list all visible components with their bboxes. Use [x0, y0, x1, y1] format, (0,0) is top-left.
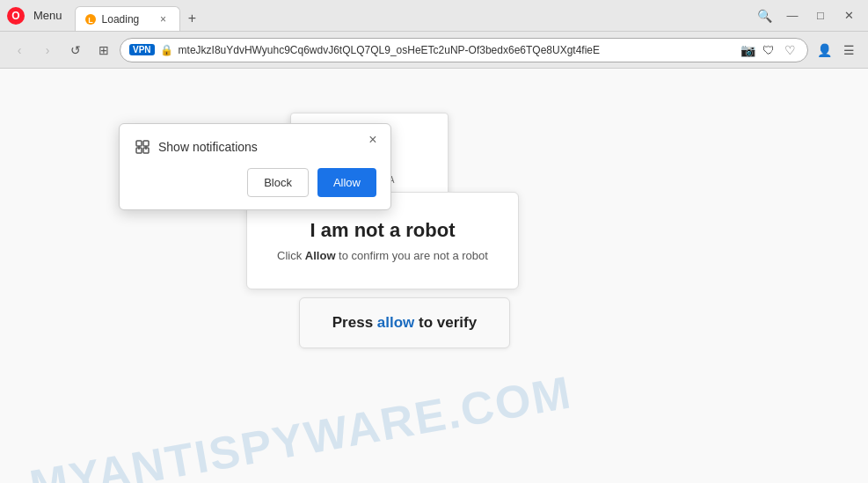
nav-bar: ‹ › ↺ ⊞ VPN 🔒 mteJkzI8uYdvHWyuhc9Cq6wdvJ… — [0, 32, 868, 69]
nav-right-buttons: 👤 ☰ — [815, 38, 861, 62]
close-button[interactable]: ✕ — [836, 4, 861, 28]
forward-button[interactable]: › — [35, 38, 60, 62]
subtitle-allow: Allow — [305, 249, 336, 262]
popup-header: Show notifications — [134, 138, 376, 156]
extensions-button[interactable]: ⊞ — [91, 38, 116, 62]
tabs-area: L Loading × + — [75, 0, 752, 31]
subtitle-suffix: to confirm you are not a robot — [336, 249, 488, 262]
reload-button[interactable]: ↺ — [63, 38, 88, 62]
address-bar[interactable]: VPN 🔒 mteJkzI8uYdvHWyuhc9Cq6wdvJ6tQLQ7QL… — [120, 38, 808, 62]
menu-button[interactable]: Menu — [28, 7, 68, 24]
search-icon[interactable]: 🔍 — [752, 4, 777, 28]
main-card-title: I am not a robot — [274, 219, 492, 242]
heart-icon[interactable]: ♡ — [781, 41, 799, 59]
main-card-subtitle: Click Allow to confirm you are not a rob… — [274, 249, 492, 262]
url-display: mteJkzI8uYdvHWyuhc9Cq6wdvJ6tQLQ7QL9_osHe… — [179, 44, 733, 56]
subtitle-prefix: Click — [277, 249, 305, 262]
tab-favicon: L — [84, 13, 97, 26]
svg-rect-2 — [136, 141, 142, 146]
press-suffix: to verify — [414, 314, 477, 331]
address-bar-actions: 📷 🛡 ♡ — [739, 41, 799, 59]
lock-icon: 🔒 — [160, 44, 173, 56]
press-allow-word: allow — [377, 314, 415, 331]
tab-close-button[interactable]: × — [157, 13, 171, 26]
title-bar-left: O Menu — [7, 7, 68, 25]
bell-icon — [134, 138, 151, 156]
notification-popup: × Show notifications Block Allow — [119, 123, 391, 210]
tab-label: Loading — [102, 13, 151, 26]
svg-rect-4 — [143, 141, 149, 146]
title-bar-controls: 🔍 — □ ✕ — [752, 4, 861, 28]
minimize-button[interactable]: — — [780, 4, 805, 28]
press-allow-card: Press allow to verify — [299, 297, 510, 348]
press-prefix: Press — [332, 314, 377, 331]
allow-button[interactable]: Allow — [317, 168, 376, 197]
shield-icon[interactable]: 🛡 — [760, 41, 777, 59]
popup-title: Show notifications — [158, 140, 258, 154]
page-content: MYANTISPYWARE.COM reCAPTCHA — [0, 69, 868, 483]
maximize-button[interactable]: □ — [808, 4, 833, 28]
sidebar-toggle-button[interactable]: ☰ — [836, 38, 861, 62]
back-button[interactable]: ‹ — [7, 38, 32, 62]
popup-buttons: Block Allow — [134, 168, 376, 197]
popup-close-button[interactable]: × — [364, 131, 382, 149]
avatar-icon[interactable]: 👤 — [815, 41, 833, 59]
watermark: MYANTISPYWARE.COM — [26, 365, 576, 483]
svg-text:L: L — [88, 16, 93, 25]
vpn-badge: VPN — [129, 44, 155, 55]
opera-logo: O — [7, 7, 25, 25]
block-button[interactable]: Block — [247, 168, 309, 197]
new-tab-button[interactable]: + — [180, 6, 205, 31]
active-tab[interactable]: L Loading × — [75, 6, 180, 31]
title-bar: O Menu L Loading × + 🔍 — □ ✕ — [0, 0, 868, 32]
camera-icon[interactable]: 📷 — [739, 41, 756, 59]
press-allow-text: Press allow to verify — [317, 314, 492, 332]
